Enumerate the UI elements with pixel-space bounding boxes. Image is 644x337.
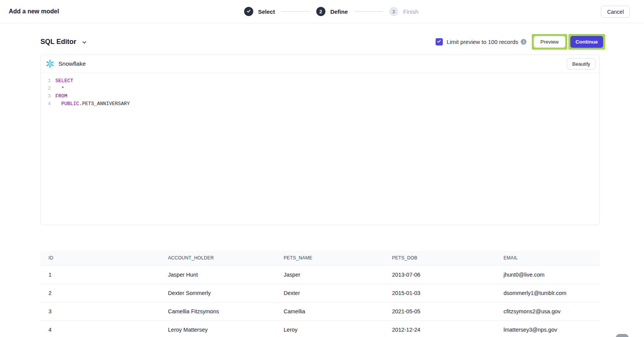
- limit-preview-checkbox[interactable]: [436, 38, 443, 45]
- editor-type-dropdown[interactable]: SQL Editor: [40, 38, 87, 46]
- table-cell: Dexter: [276, 284, 384, 302]
- editor-type-label: SQL Editor: [40, 38, 76, 46]
- step-finish-label: Finish: [403, 8, 418, 15]
- column-header: ID: [40, 251, 160, 266]
- table-cell: dsommerly1@tumblr.com: [496, 284, 600, 302]
- code-line: 4 PUBLIC.PETS_ANNIVERSARY: [41, 100, 599, 108]
- preview-button[interactable]: Preview: [534, 36, 565, 48]
- continue-highlight-box: Continue: [568, 34, 605, 50]
- sql-card-header: Snowflake Beautify: [41, 55, 599, 73]
- limit-preview-label: Limit preview to 100 records: [447, 39, 518, 45]
- check-icon: [246, 9, 251, 15]
- chat-widget[interactable]: [616, 334, 629, 337]
- line-number: 1: [41, 77, 51, 85]
- table-cell: 3: [40, 302, 160, 321]
- toolbar-right: Limit preview to 100 records i Preview C…: [436, 34, 605, 50]
- table-cell: Jasper: [276, 266, 384, 284]
- code-line: 3FROM: [41, 92, 599, 100]
- cancel-button[interactable]: Cancel: [601, 6, 630, 18]
- table-cell: 2: [40, 284, 160, 302]
- step-define: 2 Define: [316, 7, 348, 16]
- table-cell: lmattersey3@nps.gov: [496, 321, 600, 337]
- step-finish: 3 Finish: [389, 7, 418, 16]
- table-cell: Leroy: [276, 321, 384, 337]
- beautify-button[interactable]: Beautify: [567, 58, 596, 70]
- column-header: ACCOUNT_HOLDER: [160, 251, 276, 266]
- table-cell: 2013-07-06: [384, 266, 496, 284]
- code-line: 2 *: [41, 85, 599, 92]
- top-header: Add a new model Select 2 Define 3 Finish…: [0, 0, 644, 23]
- table-body: 1Jasper HuntJasper2013-07-06jhunt0@live.…: [40, 266, 600, 337]
- column-header: PETS_DOB: [384, 251, 496, 266]
- table-cell: Camellia Fitzsymons: [160, 302, 276, 321]
- table-row: 4Leroy MatterseyLeroy2012-12-24lmatterse…: [40, 321, 600, 337]
- code-text: *: [55, 85, 64, 92]
- table-row: 2Dexter SommerlyDexter2015-01-03dsommerl…: [40, 284, 600, 302]
- table-cell: cfitzsymons2@usa.gov: [496, 302, 600, 321]
- table-cell: Leroy Mattersey: [160, 321, 276, 337]
- code-text: FROM: [55, 92, 67, 100]
- preview-table: IDACCOUNT_HOLDERPETS_NAMEPETS_DOBEMAIL 1…: [40, 251, 600, 337]
- code-text: PUBLIC.PETS_ANNIVERSARY: [55, 100, 130, 108]
- table-cell: 1: [40, 266, 160, 284]
- code-area[interactable]: 1SELECT2 *3FROM4 PUBLIC.PETS_ANNIVERSARY: [41, 73, 599, 108]
- checkbox-check-icon: [437, 38, 441, 45]
- sql-editor-card: Snowflake Beautify 1SELECT2 *3FROM4 PUBL…: [40, 55, 600, 225]
- stepper: Select 2 Define 3 Finish: [244, 7, 418, 16]
- table-header-row: IDACCOUNT_HOLDERPETS_NAMEPETS_DOBEMAIL: [40, 251, 600, 266]
- code-text: SELECT: [55, 77, 73, 85]
- table-cell: Jasper Hunt: [160, 266, 276, 284]
- continue-button[interactable]: Continue: [570, 36, 604, 48]
- toolbar: SQL Editor Limit preview to 100 records …: [40, 32, 605, 52]
- table-row: 3Camellia FitzsymonsCamellia2021-05-05cf…: [40, 302, 600, 321]
- table-cell: jhunt0@live.com: [496, 266, 600, 284]
- table-cell: 2015-01-03: [384, 284, 496, 302]
- step-select-circle: [244, 7, 253, 16]
- snowflake-icon: [45, 59, 55, 68]
- info-icon[interactable]: i: [521, 39, 526, 45]
- column-header: EMAIL: [496, 251, 600, 266]
- table-cell: Dexter Sommerly: [160, 284, 276, 302]
- line-number: 4: [41, 100, 51, 108]
- page-title: Add a new model: [9, 8, 59, 15]
- step-connector: [354, 11, 383, 12]
- step-finish-circle: 3: [389, 7, 398, 16]
- step-define-circle: 2: [316, 7, 325, 16]
- chevron-down-icon: [81, 38, 87, 45]
- step-select-label: Select: [258, 8, 275, 15]
- table-row: 1Jasper HuntJasper2013-07-06jhunt0@live.…: [40, 266, 600, 284]
- step-select: Select: [244, 7, 275, 16]
- table-cell: 4: [40, 321, 160, 337]
- table-cell: 2021-05-05: [384, 302, 496, 321]
- column-header: PETS_NAME: [276, 251, 384, 266]
- step-define-label: Define: [330, 8, 348, 15]
- step-connector: [281, 11, 310, 12]
- table-cell: Camellia: [276, 302, 384, 321]
- table-cell: 2012-12-24: [384, 321, 496, 337]
- code-line: 1SELECT: [41, 77, 599, 85]
- preview-highlight-box: Preview: [532, 34, 567, 50]
- source-name: Snowflake: [58, 60, 86, 67]
- line-number: 2: [41, 85, 51, 92]
- line-number: 3: [41, 92, 51, 100]
